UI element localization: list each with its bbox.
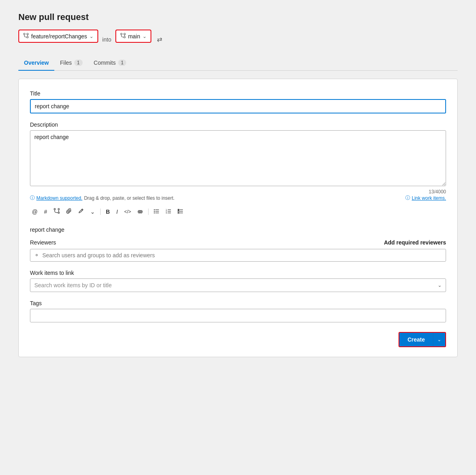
form-footer: Create ⌄ xyxy=(30,332,446,347)
add-required-reviewers-link[interactable]: Add required reviewers xyxy=(384,239,446,246)
description-preview: report change xyxy=(30,227,446,233)
toolbar-divider-2 xyxy=(148,209,149,215)
markdown-hint-left: ⓘ Markdown supported. Drag & drop, paste… xyxy=(30,195,175,201)
toolbar-pr-btn[interactable] xyxy=(52,207,62,216)
tags-label: Tags xyxy=(30,300,446,306)
toolbar-divider-1 xyxy=(100,209,101,215)
tab-overview[interactable]: Overview xyxy=(18,56,54,71)
svg-point-20 xyxy=(154,212,155,213)
tags-input[interactable] xyxy=(30,309,446,322)
create-button[interactable]: Create xyxy=(399,333,433,346)
target-branch-chevron-icon: ⌄ xyxy=(143,34,147,39)
drag-hint-text: Drag & drop, paste, or select files to i… xyxy=(84,195,175,201)
reviewers-label: Reviewers xyxy=(30,239,56,246)
svg-point-16 xyxy=(154,209,155,210)
work-items-label: Work items to link xyxy=(30,270,446,276)
tags-group: Tags xyxy=(30,300,446,322)
work-items-chevron-icon: ⌄ xyxy=(438,282,442,288)
markdown-supported-link[interactable]: Markdown supported. xyxy=(36,195,82,201)
toolbar-italic-btn[interactable]: I xyxy=(114,207,120,216)
tab-commits-label: Commits xyxy=(94,60,116,66)
toolbar-unordered-list-btn[interactable] xyxy=(152,207,161,216)
work-items-dropdown[interactable]: Search work items by ID or title ⌄ xyxy=(30,278,446,292)
title-label: Title xyxy=(30,90,446,97)
user-search-icon: ⚬ xyxy=(34,252,39,258)
svg-point-5 xyxy=(121,33,122,35)
tab-files-label: Files xyxy=(60,60,72,66)
markdown-hint-bar: ⓘ Markdown supported. Drag & drop, paste… xyxy=(30,195,446,201)
reviewers-search-input[interactable] xyxy=(42,252,442,258)
source-branch-name: feature/reportChanges xyxy=(31,33,87,40)
svg-rect-32 xyxy=(178,212,179,213)
work-items-group: Work items to link Search work items by … xyxy=(30,270,446,292)
svg-line-15 xyxy=(82,210,83,211)
svg-point-10 xyxy=(54,209,56,210)
toolbar-dropdown-btn[interactable]: ⌄ xyxy=(88,207,97,216)
target-branch-name: main xyxy=(128,33,140,40)
tab-commits[interactable]: Commits 1 xyxy=(88,56,132,71)
svg-point-6 xyxy=(124,36,125,38)
toolbar-code-btn[interactable]: </> xyxy=(122,208,133,216)
work-items-placeholder: Search work items by ID or title xyxy=(34,282,112,288)
tab-files-badge: 1 xyxy=(74,60,83,66)
markdown-hint-right: ⓘ Link work items. xyxy=(405,195,446,201)
toolbar-ordered-list-btn[interactable]: 1. 2. 3. xyxy=(164,207,173,216)
swap-branches-icon[interactable]: ⇄ xyxy=(157,36,162,43)
svg-rect-30 xyxy=(178,211,179,212)
branch-source-icon xyxy=(23,33,29,40)
description-label: Description xyxy=(30,121,446,128)
page-title: New pull request xyxy=(18,12,458,22)
tab-commits-badge: 1 xyxy=(118,60,127,66)
char-count: 13/4000 xyxy=(30,189,446,195)
reviewers-group: Reviewers Add required reviewers ⚬ xyxy=(30,239,446,262)
into-separator: into xyxy=(100,36,114,43)
reviewers-search-wrapper: ⚬ xyxy=(30,249,446,262)
svg-point-18 xyxy=(154,211,155,211)
create-button-group: Create ⌄ xyxy=(399,332,446,347)
toolbar-checklist-btn[interactable] xyxy=(176,207,185,216)
title-group: Title xyxy=(30,90,446,113)
link-work-items-info-icon: ⓘ xyxy=(405,195,410,201)
tab-files[interactable]: Files 1 xyxy=(54,56,88,71)
svg-point-2 xyxy=(27,33,28,35)
description-toolbar: @ # xyxy=(30,205,446,219)
tabs-container: Overview Files 1 Commits 1 xyxy=(18,56,458,71)
toolbar-hash-btn[interactable]: # xyxy=(42,207,49,216)
svg-point-12 xyxy=(58,209,60,210)
link-work-items-link[interactable]: Link work items. xyxy=(412,195,446,201)
title-input[interactable] xyxy=(30,99,446,113)
source-branch-chevron-icon: ⌄ xyxy=(89,34,93,39)
toolbar-mention-btn[interactable]: @ xyxy=(30,207,40,216)
toolbar-attachment-btn[interactable] xyxy=(64,207,74,216)
source-branch-selector[interactable]: feature/reportChanges ⌄ xyxy=(18,30,98,43)
description-group: Description report change 13/4000 ⓘ Mark… xyxy=(30,121,446,219)
toolbar-link-btn[interactable] xyxy=(135,207,145,216)
form-card: Title Description report change 13/4000 … xyxy=(18,79,458,357)
toolbar-bold-btn[interactable]: B xyxy=(104,207,112,216)
toolbar-pen-btn[interactable] xyxy=(76,207,86,216)
svg-text:3.: 3. xyxy=(166,212,167,214)
svg-point-1 xyxy=(27,36,28,38)
page-container: New pull request feature/reportChanges ⌄… xyxy=(18,12,458,463)
create-dropdown-button[interactable]: ⌄ xyxy=(433,333,445,346)
branch-target-icon xyxy=(120,33,126,40)
svg-point-0 xyxy=(24,33,25,35)
svg-point-7 xyxy=(124,33,125,35)
svg-point-11 xyxy=(58,212,60,214)
reviewers-header: Reviewers Add required reviewers xyxy=(30,239,446,246)
markdown-info-icon: ⓘ xyxy=(30,195,35,201)
target-branch-selector[interactable]: main ⌄ xyxy=(115,30,151,43)
tab-overview-label: Overview xyxy=(24,60,49,66)
description-textarea[interactable]: report change xyxy=(30,130,446,186)
